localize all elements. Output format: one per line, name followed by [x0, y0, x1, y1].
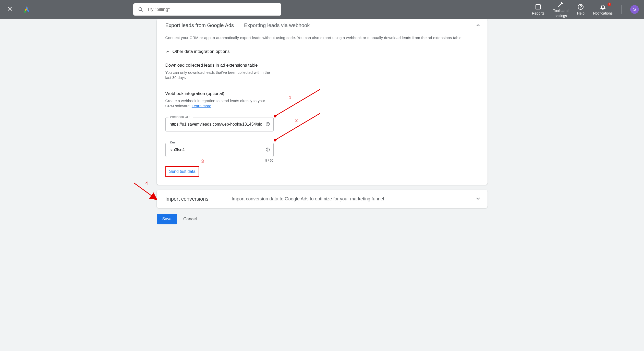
export-leads-card: Export leads from Google Ads Exporting l…: [157, 19, 488, 185]
chevron-down-icon: [475, 196, 481, 201]
svg-point-10: [580, 8, 581, 8]
annotation-arrow-2: [274, 111, 325, 141]
reports-label: Reports: [532, 11, 544, 15]
help-circle-icon: [265, 147, 270, 152]
search-input[interactable]: [147, 7, 277, 12]
import-desc: Import conversion data to Google Ads to …: [232, 196, 384, 202]
header-actions: Reports Tools and settings Help ! Notifi…: [532, 1, 639, 18]
card-title: Export leads from Google Ads: [165, 22, 234, 28]
key-counter: 8 / 50: [165, 157, 274, 162]
import-title: Import conversions: [165, 196, 232, 202]
send-test-data-button[interactable]: Send test data: [165, 166, 199, 177]
tools-settings-button[interactable]: Tools and settings: [553, 1, 568, 18]
webhook-url-help-icon[interactable]: [265, 122, 271, 127]
notifications-button[interactable]: ! Notifications: [593, 4, 613, 15]
help-circle-icon: [265, 122, 270, 126]
google-ads-logo-icon[interactable]: [22, 5, 31, 14]
key-help-icon[interactable]: [265, 147, 271, 152]
tools-label-l2: settings: [555, 14, 567, 18]
other-options-toggle[interactable]: Other data integration options: [165, 42, 479, 57]
svg-point-14: [268, 150, 268, 151]
learn-more-link[interactable]: Learn more: [192, 104, 211, 108]
close-icon[interactable]: [5, 4, 15, 15]
webhook-desc-text: Create a webhook integration to send lea…: [165, 99, 265, 108]
expand-import-button[interactable]: [475, 196, 481, 202]
svg-line-4: [141, 10, 142, 11]
chevron-up-icon: [165, 49, 170, 54]
svg-point-12: [268, 125, 268, 125]
cancel-button[interactable]: Cancel: [183, 216, 197, 222]
card-subtitle: Exporting leads via webhook: [244, 22, 310, 28]
save-button[interactable]: Save: [157, 214, 177, 224]
help-icon: [578, 4, 584, 10]
annotation-number-4: 4: [145, 181, 148, 186]
reports-button[interactable]: Reports: [532, 4, 544, 15]
search-icon: [138, 7, 143, 12]
key-field: Key: [165, 143, 274, 157]
svg-line-16: [276, 113, 320, 139]
avatar[interactable]: S: [630, 5, 639, 14]
help-label: Help: [577, 11, 585, 15]
key-input[interactable]: [165, 143, 274, 157]
annotation-number-2: 2: [295, 118, 298, 123]
tools-label-l1: Tools and: [553, 9, 568, 13]
search-bar[interactable]: [133, 3, 281, 16]
wrench-icon: [558, 1, 564, 7]
webhook-section-desc: Create a webhook integration to send lea…: [165, 96, 273, 109]
help-button[interactable]: Help: [577, 4, 585, 15]
notification-badge: !: [607, 3, 611, 6]
bar-chart-icon: [535, 4, 541, 10]
webhook-url-label: Webhook URL: [168, 115, 193, 119]
notifications-label: Notifications: [593, 11, 613, 15]
download-section-desc: You can only download leads that've been…: [165, 68, 273, 80]
key-label: Key: [168, 140, 177, 144]
bell-icon: [600, 4, 606, 10]
button-row: Save Cancel: [157, 208, 488, 224]
chevron-up-icon: [475, 22, 481, 28]
import-conversions-card[interactable]: Import conversions Import conversion dat…: [157, 190, 488, 208]
webhook-section-title: Webhook integration (optional): [165, 80, 479, 96]
divider: [621, 5, 622, 14]
app-header: Reports Tools and settings Help ! Notifi…: [0, 0, 644, 19]
svg-point-2: [24, 10, 26, 13]
webhook-url-field: Webhook URL: [165, 117, 274, 131]
other-options-label: Other data integration options: [173, 49, 230, 54]
collapse-card-button[interactable]: [475, 22, 481, 29]
svg-line-17: [134, 183, 156, 199]
webhook-url-input[interactable]: [165, 117, 274, 131]
download-section-title: Download collected leads in ad extension…: [165, 57, 479, 68]
card-description: Connect your CRM or app to automatically…: [165, 28, 479, 42]
